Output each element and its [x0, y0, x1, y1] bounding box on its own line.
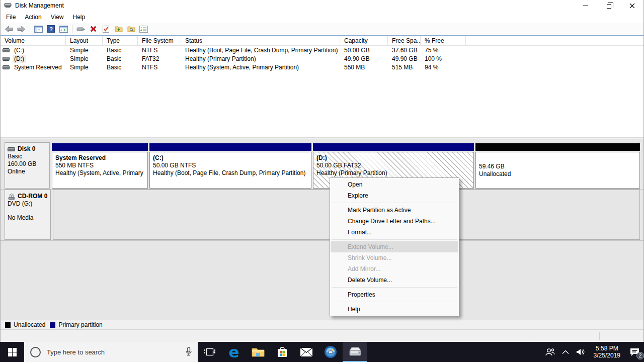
menu-item-properties[interactable]: Properties [331, 289, 458, 300]
start-button[interactable] [0, 342, 24, 362]
column-type[interactable]: Type [103, 36, 138, 45]
menu-action[interactable]: Action [20, 12, 46, 23]
column-pct-free[interactable]: % Free [421, 36, 466, 45]
check-document-icon [102, 25, 110, 33]
menu-item-add-mirror[interactable]: Add Mirror... [331, 263, 458, 275]
cell-type: Basic [103, 47, 138, 54]
show-hidden-icons-button[interactable] [558, 342, 573, 362]
volume-list: Volume Layout Type File System Status Ca… [1, 36, 643, 137]
disk-management-app-button[interactable] [343, 342, 367, 362]
back-icon [5, 26, 13, 33]
chevron-up-icon [562, 350, 569, 354]
help-button[interactable]: ? [45, 24, 57, 35]
menu-item-format[interactable]: Format... [331, 227, 458, 238]
partition-status: Healthy (System, Active, Primary [55, 169, 144, 177]
cdrom-icon [8, 194, 16, 200]
cdrom-header[interactable]: CD-ROM 0 DVD (G:) No Media [5, 190, 51, 240]
volume-icon [3, 65, 10, 70]
partition-size: 50.00 GB FAT32 [316, 162, 470, 169]
menu-item-open[interactable]: Open [331, 179, 458, 190]
restore-icon [607, 4, 611, 9]
close-button[interactable] [620, 0, 643, 11]
unallocated-label: Unallocated [479, 170, 636, 178]
back-button[interactable] [3, 24, 15, 35]
column-file-system[interactable]: File System [138, 36, 181, 45]
taskbar-empty-area [367, 342, 541, 362]
show-action-pane-button[interactable] [57, 24, 70, 35]
properties-list-button[interactable] [137, 24, 150, 35]
cell-capacity: 49.90 GB [340, 55, 388, 62]
check-document-button[interactable] [100, 24, 112, 35]
cell-fs: FAT32 [138, 55, 181, 62]
taskbar: e [0, 342, 644, 362]
volume-button[interactable] [573, 342, 589, 362]
partition-system-reserved[interactable]: System Reserved 550 MB NTFS Healthy (Sys… [52, 142, 148, 189]
people-button[interactable] [541, 342, 558, 362]
menu-item-shrink-volume[interactable]: Shrink Volume... [331, 252, 458, 263]
cdrom-drive: DVD (G:) [8, 200, 50, 208]
unallocated-legend-swatch [5, 322, 11, 328]
primary-partition-legend-swatch [50, 322, 55, 328]
app-disk-icon [4, 2, 12, 10]
table-row-system-reserved[interactable]: System Reserved Simple Basic NTFS Health… [1, 63, 643, 71]
folder-up-button[interactable] [112, 24, 125, 35]
table-row-d[interactable]: (D:) Simple Basic FAT32 Healthy (Primary… [1, 54, 643, 63]
help-icon: ? [47, 25, 55, 33]
folder-up-icon [115, 25, 123, 33]
column-volume[interactable]: Volume [1, 36, 66, 45]
cell-pct: 75 % [421, 47, 466, 54]
menu-item-help[interactable]: Help [331, 304, 458, 315]
cell-free: 37.60 GB [388, 47, 421, 54]
action-center-button[interactable]: 2 [625, 342, 644, 362]
window-title: Disk Management [15, 2, 64, 9]
menu-item-change-drive-letter[interactable]: Change Drive Letter and Paths... [331, 216, 458, 227]
folder-search-icon [127, 25, 135, 33]
disk0-size: 160.00 GB [8, 160, 49, 168]
table-row-c[interactable]: (C:) Simple Basic NTFS Healthy (Boot, Pa… [1, 46, 643, 54]
column-free-space[interactable]: Free Spa... [388, 36, 421, 45]
taskbar-clock[interactable]: 5:58 PM 3/25/2019 [589, 342, 625, 362]
forward-button[interactable] [15, 24, 28, 35]
volume-icon [3, 48, 10, 53]
menu-item-extend-volume[interactable]: Extend Volume... [331, 241, 458, 252]
restore-button[interactable] [597, 0, 620, 11]
partition-name: (D:) [316, 154, 470, 162]
taskbar-search[interactable] [24, 342, 198, 362]
menu-separator [332, 302, 457, 302]
menu-file[interactable]: File [2, 12, 20, 23]
cell-type: Basic [103, 64, 138, 71]
folder-search-button[interactable] [125, 24, 137, 35]
menu-view[interactable]: View [46, 12, 68, 23]
toolbar: ? [1, 23, 643, 36]
microphone-icon[interactable] [185, 347, 192, 358]
menu-item-explore[interactable]: Explore [331, 190, 458, 201]
menu-help[interactable]: Help [68, 12, 90, 23]
disk-graphical-pane: Disk 0 Basic 160.00 GB Online System Res… [1, 139, 643, 320]
partition-c[interactable]: (C:) 50.00 GB NTFS Healthy (Boot, Page F… [149, 142, 311, 189]
show-console-tree-button[interactable] [32, 24, 45, 35]
action-pane-icon [59, 26, 68, 33]
partition-tool-icon [324, 345, 337, 358]
search-input[interactable] [47, 348, 168, 356]
cell-status: Healthy (Primary Partition) [181, 55, 340, 62]
edge-button[interactable]: e [222, 342, 246, 362]
column-status[interactable]: Status [181, 36, 340, 45]
column-layout[interactable]: Layout [66, 36, 103, 45]
edge-icon: e [228, 344, 239, 359]
column-capacity[interactable]: Capacity [340, 36, 388, 45]
disk-view-button[interactable] [74, 24, 87, 35]
partition-name: System Reserved [55, 154, 144, 162]
task-view-button[interactable] [198, 342, 222, 362]
minimize-button[interactable] [574, 0, 597, 11]
status-divider [599, 332, 600, 340]
menu-item-delete-volume[interactable]: Delete Volume... [331, 275, 458, 286]
disk0-header[interactable]: Disk 0 Basic 160.00 GB Online [5, 142, 50, 189]
unallocated-space[interactable]: 59.46 GB Unallocated [475, 142, 640, 189]
store-button[interactable] [270, 342, 294, 362]
file-explorer-button[interactable] [246, 342, 270, 362]
desktop-screen: Disk Management File Action View Help [0, 0, 644, 362]
mail-button[interactable] [294, 342, 318, 362]
partition-tool-button[interactable] [318, 342, 343, 362]
menu-item-mark-partition-active[interactable]: Mark Partition as Active [331, 205, 458, 216]
delete-volume-button[interactable] [87, 24, 100, 35]
